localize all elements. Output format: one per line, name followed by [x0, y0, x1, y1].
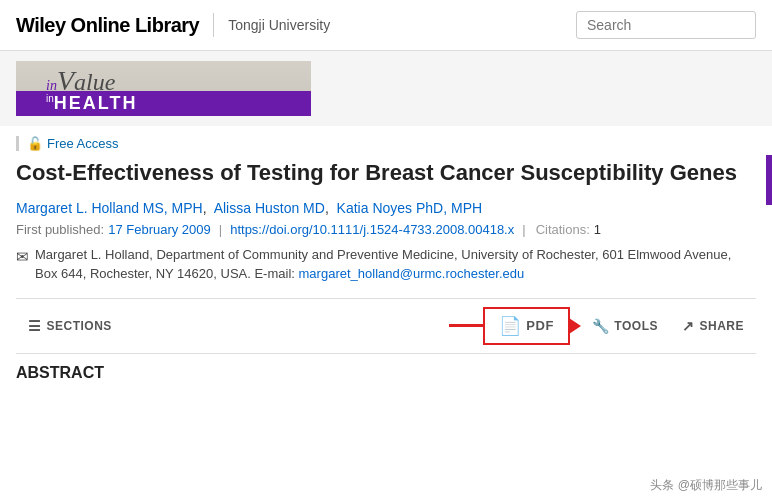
- author-3[interactable]: Katia Noyes PhD, MPH: [337, 200, 483, 216]
- email-icon: ✉: [16, 246, 29, 269]
- sections-icon: ☰: [28, 318, 42, 334]
- sep-2: |: [522, 222, 525, 237]
- first-published-label: First published:: [16, 222, 104, 237]
- free-access-badge: 🔓 Free Access: [27, 136, 119, 151]
- lock-icon: 🔓: [27, 136, 43, 151]
- article-content: 🔓 Free Access Cost-Effectiveness of Test…: [0, 126, 772, 382]
- header-divider: [213, 13, 214, 37]
- search-input[interactable]: [587, 17, 745, 33]
- correspondence-email-link[interactable]: margaret_holland@urmc.rochester.edu: [299, 266, 525, 281]
- page-header: Wiley Online Library Tongji University: [0, 0, 772, 51]
- side-accent-bar: [766, 155, 772, 205]
- pdf-icon: 📄: [499, 315, 522, 337]
- citations-count: 1: [594, 222, 601, 237]
- published-line: First published: 17 February 2009 | http…: [16, 222, 756, 237]
- arrow-head: [569, 318, 581, 334]
- institution-name: Tongji University: [228, 17, 330, 33]
- citations-label: Citations:: [536, 222, 590, 237]
- tools-label: TOOLS: [614, 319, 658, 333]
- search-box[interactable]: [576, 11, 756, 39]
- doi-link[interactable]: https://doi.org/10.1111/j.1524-4733.2008…: [230, 222, 514, 237]
- site-logo: Wiley Online Library: [16, 14, 199, 37]
- abstract-title: ABSTRACT: [16, 364, 756, 382]
- tools-icon: 🔧: [592, 318, 610, 334]
- authors-list: Margaret L. Holland MS, MPH, Alissa Hust…: [16, 200, 756, 216]
- sections-button[interactable]: ☰ SECTIONS: [16, 312, 124, 340]
- banner-health-text: inHEALTH: [16, 91, 311, 116]
- tools-button[interactable]: 🔧 TOOLS: [580, 312, 670, 340]
- journal-banner: inValue inHEALTH: [0, 51, 772, 126]
- share-icon: ↗: [682, 318, 695, 334]
- pdf-button-wrapper: 📄 PDF: [483, 307, 570, 345]
- free-access-row: 🔓 Free Access: [16, 136, 756, 151]
- correspondence-block: ✉ Margaret L. Holland, Department of Com…: [16, 245, 756, 284]
- banner-image: inValue inHEALTH: [16, 61, 311, 116]
- published-date[interactable]: 17 February 2009: [108, 222, 211, 237]
- sections-label: SECTIONS: [47, 319, 112, 333]
- pdf-button[interactable]: 📄 PDF: [483, 307, 570, 345]
- share-button[interactable]: ↗ SHARE: [670, 312, 756, 340]
- share-label: SHARE: [699, 319, 744, 333]
- article-toolbar: ☰ SECTIONS 📄 PDF 🔧 TOOLS ↗ SHARE: [16, 298, 756, 353]
- abstract-section: ABSTRACT: [16, 353, 756, 382]
- article-title: Cost-Effectiveness of Testing for Breast…: [16, 159, 756, 188]
- sep-1: |: [219, 222, 222, 237]
- free-access-label: Free Access: [47, 136, 119, 151]
- pdf-label: PDF: [526, 318, 554, 333]
- author-1[interactable]: Margaret L. Holland MS, MPH: [16, 200, 203, 216]
- author-2[interactable]: Alissa Huston MD: [214, 200, 325, 216]
- correspondence-text: Margaret L. Holland, Department of Commu…: [35, 245, 756, 284]
